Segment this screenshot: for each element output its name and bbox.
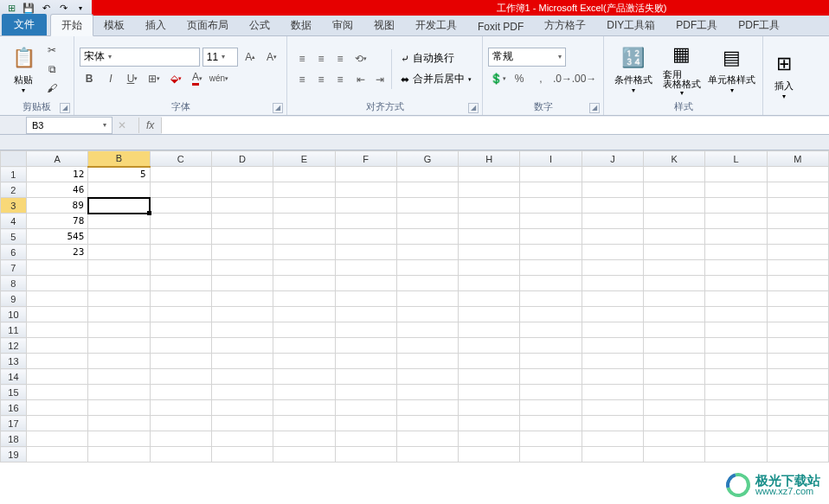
- cell-H7[interactable]: [459, 260, 520, 276]
- cell-J3[interactable]: [582, 198, 643, 214]
- col-header-A[interactable]: A: [26, 151, 87, 167]
- row-header-4[interactable]: 4: [1, 214, 27, 229]
- cell-H11[interactable]: [459, 322, 520, 338]
- cell-G5[interactable]: [396, 229, 458, 245]
- increase-decimal-icon[interactable]: .0→: [553, 69, 572, 88]
- wrap-text-button[interactable]: ⤶自动换行: [395, 49, 477, 68]
- tab-review[interactable]: 审阅: [322, 15, 363, 35]
- insert-cells-button[interactable]: ⊞ 插入▾: [768, 47, 800, 104]
- cell-J9[interactable]: [582, 291, 643, 307]
- cell-F10[interactable]: [335, 307, 396, 322]
- indent-decrease-icon[interactable]: ⇤: [351, 70, 370, 89]
- cell-M14[interactable]: [767, 369, 828, 385]
- cell-D15[interactable]: [211, 385, 273, 400]
- row-header-7[interactable]: 7: [1, 260, 27, 276]
- cell-F14[interactable]: [335, 369, 396, 385]
- cell-M13[interactable]: [767, 354, 828, 369]
- alignment-launcher[interactable]: ◢: [468, 103, 479, 113]
- cell-M11[interactable]: [767, 322, 828, 338]
- row-header-5[interactable]: 5: [1, 229, 27, 245]
- cell-M1[interactable]: [767, 167, 828, 182]
- cell-J15[interactable]: [582, 385, 643, 400]
- cell-C10[interactable]: [150, 307, 211, 322]
- cell-L17[interactable]: [705, 416, 767, 431]
- cell-D8[interactable]: [211, 276, 273, 291]
- tab-file[interactable]: 文件: [2, 14, 47, 35]
- cell-E12[interactable]: [273, 338, 335, 354]
- cell-E3[interactable]: [273, 198, 335, 214]
- cell-G11[interactable]: [396, 322, 458, 338]
- cell-K15[interactable]: [644, 385, 705, 400]
- cell-D10[interactable]: [211, 307, 273, 322]
- undo-icon[interactable]: ↶: [38, 1, 54, 15]
- cell-F17[interactable]: [335, 416, 396, 431]
- cell-H2[interactable]: [459, 182, 520, 198]
- cell-I10[interactable]: [520, 307, 582, 322]
- row-header-3[interactable]: 3: [1, 198, 27, 214]
- cell-H15[interactable]: [459, 385, 520, 400]
- cell-L6[interactable]: [705, 245, 767, 260]
- indent-increase-icon[interactable]: ⇥: [370, 70, 389, 89]
- tab-data[interactable]: 数据: [280, 15, 322, 35]
- cell-L10[interactable]: [705, 307, 767, 322]
- cell-M3[interactable]: [767, 198, 828, 214]
- cell-H13[interactable]: [459, 354, 520, 369]
- cell-E14[interactable]: [273, 369, 335, 385]
- row-header-18[interactable]: 18: [1, 431, 27, 447]
- cell-B5[interactable]: [88, 229, 150, 245]
- cell-M17[interactable]: [767, 416, 828, 431]
- phonetic-button[interactable]: wén▾: [209, 69, 228, 88]
- formula-input[interactable]: [162, 117, 829, 134]
- cell-H1[interactable]: [459, 167, 520, 182]
- cell-D1[interactable]: [211, 167, 273, 182]
- cell-I3[interactable]: [520, 198, 582, 214]
- cell-F18[interactable]: [335, 431, 396, 447]
- cell-E11[interactable]: [273, 322, 335, 338]
- cell-J10[interactable]: [582, 307, 643, 322]
- cell-C12[interactable]: [150, 338, 211, 354]
- cell-E5[interactable]: [273, 229, 335, 245]
- cell-D17[interactable]: [211, 416, 273, 431]
- cell-G12[interactable]: [396, 338, 458, 354]
- cell-K10[interactable]: [644, 307, 705, 322]
- cell-H8[interactable]: [459, 276, 520, 291]
- cell-A14[interactable]: [26, 369, 87, 385]
- cell-K16[interactable]: [644, 400, 705, 416]
- cell-C16[interactable]: [150, 400, 211, 416]
- cell-F11[interactable]: [335, 322, 396, 338]
- cell-E9[interactable]: [273, 291, 335, 307]
- cell-L2[interactable]: [705, 182, 767, 198]
- cell-G7[interactable]: [396, 260, 458, 276]
- decrease-font-icon[interactable]: A▾: [262, 48, 281, 67]
- cell-A1[interactable]: 12: [26, 167, 87, 182]
- cell-L1[interactable]: [705, 167, 767, 182]
- cell-B7[interactable]: [88, 260, 150, 276]
- tab-diy[interactable]: DIY工具箱: [596, 15, 665, 35]
- col-header-J[interactable]: J: [582, 151, 643, 167]
- row-header-14[interactable]: 14: [1, 369, 27, 385]
- cell-F6[interactable]: [335, 245, 396, 260]
- cell-L18[interactable]: [705, 431, 767, 447]
- cell-M16[interactable]: [767, 400, 828, 416]
- cell-J14[interactable]: [582, 369, 643, 385]
- row-header-11[interactable]: 11: [1, 322, 27, 338]
- cell-D14[interactable]: [211, 369, 273, 385]
- cell-F15[interactable]: [335, 385, 396, 400]
- currency-icon[interactable]: 💲▾: [488, 69, 507, 88]
- row-header-16[interactable]: 16: [1, 400, 27, 416]
- cell-F4[interactable]: [335, 214, 396, 229]
- cell-B6[interactable]: [88, 245, 150, 260]
- cell-E10[interactable]: [273, 307, 335, 322]
- cell-E2[interactable]: [273, 182, 335, 198]
- qat-more-icon[interactable]: ▾: [73, 1, 88, 15]
- cell-A2[interactable]: 46: [26, 182, 87, 198]
- cell-J4[interactable]: [582, 214, 643, 229]
- redo-icon[interactable]: ↷: [55, 1, 71, 15]
- cell-B2[interactable]: [88, 182, 150, 198]
- cell-M19[interactable]: [767, 447, 828, 463]
- cell-D2[interactable]: [211, 182, 273, 198]
- cell-L19[interactable]: [705, 447, 767, 463]
- cell-J12[interactable]: [582, 338, 643, 354]
- cell-B13[interactable]: [88, 354, 150, 369]
- cancel-formula-icon[interactable]: ✕: [112, 119, 132, 131]
